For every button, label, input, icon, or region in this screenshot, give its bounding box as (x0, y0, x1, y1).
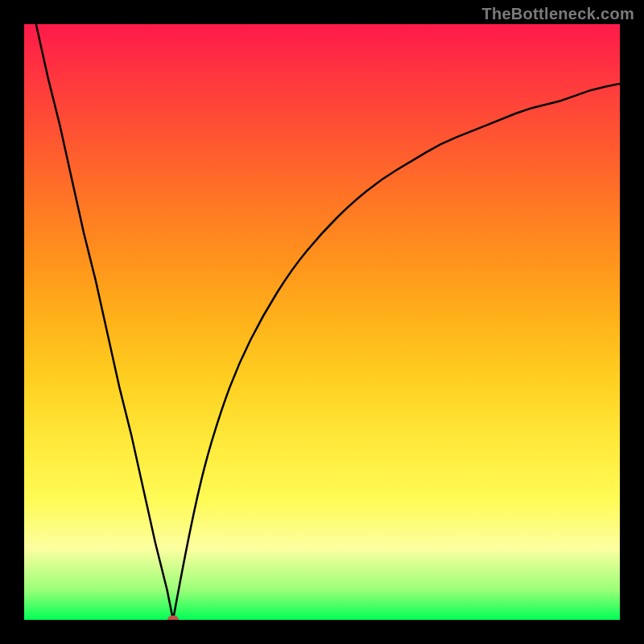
curve-layer (24, 24, 620, 620)
plot-area (24, 24, 620, 620)
chart-frame: TheBottleneck.com (0, 0, 644, 644)
minimum-marker (167, 616, 179, 621)
watermark-text: TheBottleneck.com (481, 5, 634, 23)
bottleneck-curve (36, 24, 620, 620)
